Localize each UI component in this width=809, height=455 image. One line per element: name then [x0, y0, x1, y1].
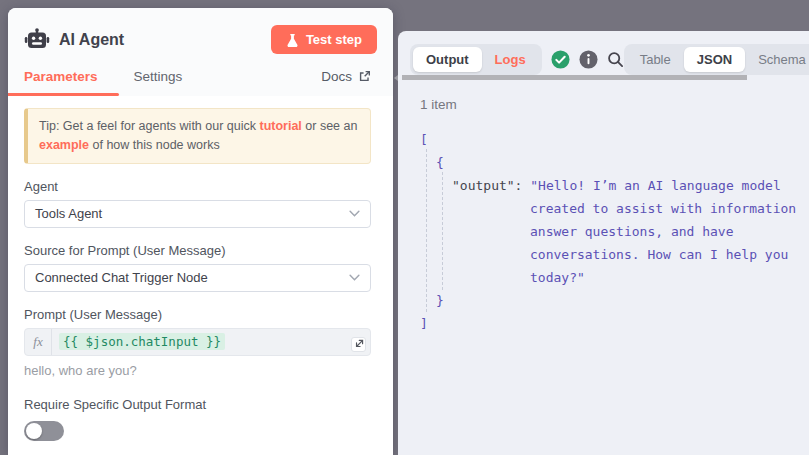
chevron-down-icon — [349, 274, 360, 281]
output-status-icons — [551, 50, 624, 69]
node-header: AI Agent Test step — [8, 8, 393, 56]
success-check-icon — [551, 50, 570, 69]
output-header: Output Logs — [398, 31, 809, 75]
node-detail-panel: AI Agent Test step Parameters Settings D… — [8, 8, 393, 455]
tab-output[interactable]: Output — [413, 47, 482, 72]
tab-schema-view[interactable]: Schema — [745, 47, 809, 72]
source-select-value: Connected Chat Trigger Node — [35, 270, 208, 285]
docs-link[interactable]: Docs — [321, 69, 371, 84]
output-format-label: Require Specific Output Format — [24, 397, 371, 412]
flask-icon — [286, 33, 299, 47]
tip-text-after: of how this node works — [89, 138, 220, 152]
search-icon[interactable] — [607, 51, 624, 68]
tip-text: Tip: Get a feel for agents with our quic… — [39, 119, 259, 133]
json-code-line: "output": "Hello! I’m an AI language mod… — [398, 174, 809, 197]
json-code-line: { — [398, 151, 809, 174]
tutorial-link[interactable]: tutorial — [259, 119, 301, 133]
json-code-line: conversations. How can I help you — [398, 243, 809, 266]
parameters-body: Tip: Get a feel for agents with our quic… — [8, 96, 393, 441]
chevron-down-icon — [349, 210, 360, 217]
items-count: 1 item — [420, 97, 457, 112]
indent-guide — [426, 149, 427, 312]
prompt-resolved-hint: hello, who are you? — [24, 363, 371, 378]
source-field-label: Source for Prompt (User Message) — [24, 243, 371, 258]
fx-badge: fx — [25, 329, 52, 355]
source-select[interactable]: Connected Chat Trigger Node — [24, 264, 371, 292]
json-code-line: ] — [398, 312, 809, 335]
agent-select[interactable]: Tools Agent — [24, 200, 371, 228]
robot-icon — [24, 28, 50, 52]
tab-settings[interactable]: Settings — [134, 69, 183, 84]
json-code-line: created to assist with information — [398, 197, 809, 220]
test-step-button[interactable]: Test step — [271, 25, 377, 54]
info-icon[interactable] — [579, 50, 598, 69]
agent-field-label: Agent — [24, 179, 371, 194]
output-panel: Output Logs — [398, 31, 809, 455]
scrollbar-left-arrow[interactable] — [394, 75, 398, 81]
external-link-icon — [358, 70, 371, 83]
node-tabs: Parameters Settings Docs — [8, 56, 393, 96]
tip-text-middle: or see an — [302, 119, 358, 133]
output-format-toggle[interactable] — [24, 421, 64, 441]
json-code-line: } — [398, 289, 809, 312]
view-mode-tab-group: Table JSON Schema — [624, 44, 809, 75]
json-code-line: answer questions, and have — [398, 220, 809, 243]
toggle-knob — [26, 423, 42, 439]
expand-expression-icon[interactable] — [351, 337, 366, 352]
json-code-line: today?" — [398, 266, 809, 289]
output-logs-tab-group: Output Logs — [410, 44, 542, 75]
prompt-field-label: Prompt (User Message) — [24, 307, 371, 322]
agent-select-value: Tools Agent — [35, 206, 102, 221]
tip-callout: Tip: Get a feel for agents with our quic… — [24, 108, 371, 164]
horizontal-scrollbar — [402, 75, 747, 80]
indent-guide — [442, 172, 443, 290]
json-code: [{"output": "Hello! I’m an AI language m… — [398, 128, 809, 455]
prompt-expression-input[interactable]: fx {{ $json.chatInput }} — [24, 328, 371, 356]
tab-parameters[interactable]: Parameters — [24, 69, 98, 84]
json-code-line: [ — [398, 128, 809, 151]
prompt-expression-value: {{ $json.chatInput }} — [59, 333, 225, 350]
tab-json-view[interactable]: JSON — [684, 47, 745, 72]
node-title: AI Agent — [59, 31, 124, 49]
example-link[interactable]: example — [39, 138, 89, 152]
tab-logs[interactable]: Logs — [482, 47, 539, 72]
docs-label: Docs — [321, 69, 352, 84]
scrollbar-thumb[interactable] — [402, 75, 747, 80]
test-step-label: Test step — [306, 32, 362, 47]
tab-table-view[interactable]: Table — [627, 47, 684, 72]
active-tab-underline — [8, 93, 119, 96]
